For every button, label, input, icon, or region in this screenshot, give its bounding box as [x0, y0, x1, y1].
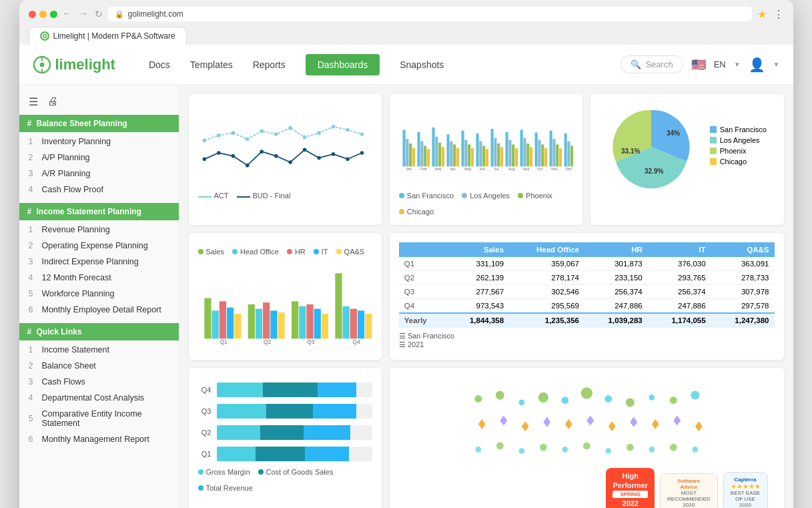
- svg-marker-128: [500, 415, 507, 425]
- url-bar[interactable]: 🔒 golimelight.com: [108, 7, 752, 21]
- close-dot[interactable]: [29, 11, 36, 18]
- svg-point-142: [562, 447, 568, 453]
- grouped-bar-chart-card: Sales Head Office HR IT QA&S Q1: [189, 233, 382, 360]
- svg-rect-38: [432, 128, 434, 166]
- sidebar-item-comparative-entity[interactable]: 5 Comparative Entity Income Statement: [19, 406, 179, 431]
- svg-rect-46: [461, 131, 464, 167]
- svg-rect-94: [219, 301, 226, 338]
- maximize-dot[interactable]: [50, 11, 57, 18]
- pie-legend-sf: San Francisco: [710, 125, 767, 134]
- sidebar-item-cash-flow-proof[interactable]: 4 Cash Flow Proof: [19, 182, 179, 198]
- templates-nav-link[interactable]: Templates: [190, 57, 233, 73]
- sidebar-item-workforce-planning[interactable]: 5 Workforce Planning: [19, 286, 179, 302]
- sidebar-item-revenue-planning[interactable]: 1 Revenue Planning: [19, 222, 179, 238]
- svg-rect-56: [497, 144, 500, 166]
- horizontal-bar-chart-card: Q4 Q3: [189, 368, 382, 508]
- svg-point-22: [260, 150, 264, 154]
- svg-point-119: [538, 393, 548, 403]
- sidebar-item-balance-sheet[interactable]: 2 Balance Sheet: [19, 358, 179, 374]
- svg-point-145: [627, 444, 634, 451]
- svg-point-139: [496, 443, 504, 450]
- hbar-track-q2: [217, 425, 372, 440]
- svg-rect-47: [464, 140, 467, 166]
- sidebar-item-12month-forecast[interactable]: 4 12 Month Forecast: [19, 270, 179, 286]
- svg-text:Mar: Mar: [435, 167, 442, 171]
- svg-rect-60: [512, 144, 514, 166]
- svg-marker-135: [652, 419, 659, 429]
- svg-text:33.1%: 33.1%: [621, 148, 640, 155]
- svg-point-125: [670, 397, 677, 404]
- table-row-q2: Q2 262,139 278,174 233,150 293,765 278,7…: [399, 271, 775, 285]
- svg-text:Jan: Jan: [406, 167, 412, 171]
- quarterly-data-table: Sales Head Office HR IT QA&S Q1 331,109: [399, 242, 775, 328]
- sidebar-item-inventory-planning[interactable]: 1 Inventory Planning: [19, 134, 179, 150]
- svg-point-138: [475, 447, 481, 453]
- svg-rect-108: [321, 314, 328, 338]
- table-row-q1: Q1 331,109 359,067 301,873 376,030 363,0…: [399, 257, 775, 271]
- reports-nav-link[interactable]: Reports: [253, 57, 286, 73]
- section-header-income-statement: # Income Statement Planning: [19, 203, 179, 220]
- active-tab[interactable]: Limelight | Modern FP&A Software: [29, 27, 187, 45]
- sidebar-item-monthly-mgmt[interactable]: 6 Monthly Management Report: [19, 431, 179, 447]
- svg-rect-59: [508, 140, 511, 166]
- sidebar-item-income-statement[interactable]: 1 Income Statement: [19, 342, 179, 358]
- svg-rect-70: [549, 131, 552, 167]
- sidebar-item-cash-flows[interactable]: 3 Cash Flows: [19, 374, 179, 390]
- print-icon[interactable]: 🖨: [47, 95, 58, 108]
- lang-label[interactable]: EN: [714, 59, 726, 69]
- svg-point-6: [202, 139, 206, 143]
- svg-rect-30: [402, 130, 405, 166]
- sidebar-item-opex-planning[interactable]: 2 Operating Expense Planning: [19, 238, 179, 254]
- sidebar-item-employee-detail[interactable]: 6 Monthly Employee Detail Report: [19, 302, 179, 318]
- docs-nav-link[interactable]: Docs: [149, 57, 170, 73]
- svg-point-15: [331, 125, 335, 129]
- svg-rect-39: [435, 137, 438, 167]
- snapshots-nav-link[interactable]: Snapshots: [400, 57, 444, 73]
- svg-rect-113: [357, 310, 364, 338]
- svg-point-25: [302, 148, 306, 152]
- sidebar-item-ar-planning[interactable]: 3 A/R Planning: [19, 166, 179, 182]
- legend-sf: San Francisco: [399, 192, 454, 200]
- language-flag[interactable]: 🇺🇸: [691, 57, 706, 72]
- svg-point-118: [518, 400, 524, 406]
- hbar-track-q4: [217, 383, 372, 397]
- svg-rect-63: [523, 138, 526, 167]
- minimize-dot[interactable]: [39, 11, 47, 18]
- svg-rect-95: [226, 308, 233, 339]
- svg-text:Aug: Aug: [508, 167, 515, 171]
- sidebar-item-indirect-expense[interactable]: 3 Indirect Expense Planning: [19, 254, 179, 270]
- svg-point-10: [260, 130, 264, 134]
- svg-point-3: [39, 62, 44, 67]
- svg-rect-32: [409, 144, 412, 166]
- svg-point-140: [518, 448, 524, 454]
- svg-text:Nov: Nov: [551, 167, 558, 171]
- svg-point-120: [561, 397, 568, 404]
- hbar-seg-cogs-q3: [266, 404, 313, 419]
- back-button[interactable]: ←: [63, 8, 75, 20]
- g2-badge: High Performer SPRING 2022: [606, 468, 655, 508]
- hbar-track-q3: [217, 404, 372, 419]
- dashboards-nav-link[interactable]: Dashboards: [306, 54, 380, 75]
- hbar-seg-revenue-q1: [305, 447, 348, 461]
- svg-marker-136: [673, 415, 681, 425]
- svg-marker-134: [630, 417, 637, 427]
- sidebar-item-dept-cost[interactable]: 4 Departmental Cost Analysis: [19, 390, 179, 406]
- svg-rect-65: [530, 148, 532, 167]
- browser-navigation: ← → ↻: [63, 8, 103, 20]
- svg-point-23: [274, 154, 278, 158]
- user-avatar-icon[interactable]: 👤: [749, 57, 765, 73]
- bookmark-star-icon[interactable]: ★: [757, 8, 767, 21]
- search-box[interactable]: 🔍 Search: [621, 55, 683, 73]
- svg-text:Jul: Jul: [494, 167, 498, 171]
- hamburger-icon[interactable]: ☰: [29, 95, 38, 108]
- browser-menu-icon[interactable]: ⋮: [773, 8, 784, 21]
- tab-bar: Limelight | Modern FP&A Software: [29, 27, 784, 45]
- forward-button[interactable]: →: [79, 8, 91, 20]
- svg-text:Oct: Oct: [537, 167, 543, 171]
- refresh-button[interactable]: ↻: [95, 9, 103, 19]
- line-chart-card: ACT BUD - Final: [189, 94, 382, 225]
- svg-rect-43: [450, 142, 452, 167]
- sidebar-item-ap-planning[interactable]: 2 A/P Planning: [19, 150, 179, 166]
- hbar-q1: Q1: [198, 447, 372, 461]
- income-statement-planning-section: # Income Statement Planning 1 Revenue Pl…: [19, 203, 179, 318]
